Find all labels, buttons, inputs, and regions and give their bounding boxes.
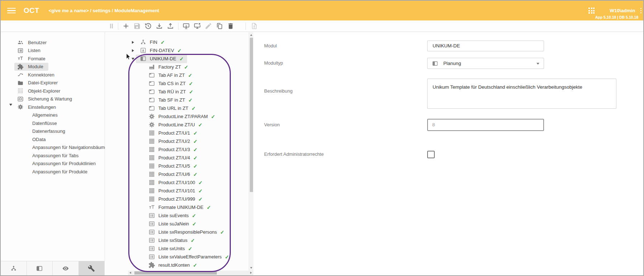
sidebar-item-allgemeines[interactable]: Allgemeines xyxy=(1,111,105,120)
overflow-menu-icon[interactable] xyxy=(640,8,642,14)
sidebar-item-datenerfassung[interactable]: Datenerfassung xyxy=(1,127,105,136)
tree-item-tab-rü-in-zt[interactable]: Tab RÜ in ZT✓ xyxy=(105,88,253,96)
check-icon: ✓ xyxy=(188,72,192,78)
sidebar-item-anpassungen-für-produktlinien[interactable]: Anpassungen für Produktlinien xyxy=(1,160,105,168)
sidebar-item-odata[interactable]: OData xyxy=(1,135,105,144)
sidebar-item-anpassungen-für-tabs[interactable]: Anpassungen für Tabs xyxy=(1,151,105,160)
gear-icon xyxy=(148,121,155,128)
tree-item-fin-datev[interactable]: FIN-DATEV✓ xyxy=(105,46,253,55)
tree-item-product-zt-u-4[interactable]: Product ZT/U/4✓ xyxy=(105,154,253,162)
sidebar-item-anpassungen-für-produkte[interactable]: Anpassungen für Produkte xyxy=(1,168,105,176)
tree-vertical-scrollbar[interactable] xyxy=(249,32,254,271)
tree-item-product-zt-u-100[interactable]: Product ZT/U/100✓ xyxy=(105,178,253,187)
tree-item-product-zt-u-999[interactable]: Product ZT/U/999✓ xyxy=(105,195,253,203)
wrench-icon xyxy=(88,265,95,272)
sidebar-item-benutzer[interactable]: Benutzer xyxy=(1,38,105,47)
remove-from-device-button[interactable] xyxy=(192,22,202,31)
tree-item-product-zt-u-1[interactable]: Product ZT/U/1✓ xyxy=(105,129,253,137)
field-label-admin-rights: Erfordert Administratorrechte xyxy=(264,151,324,157)
sidebar-item-sicherung-wartung[interactable]: Sicherung & Wartung xyxy=(1,95,105,103)
list-icon xyxy=(148,237,155,244)
tree-item-formate-unikum-de[interactable]: Formate UNIKUM-DE✓ xyxy=(105,203,253,211)
hamburger-menu-icon[interactable] xyxy=(7,6,16,15)
bottom-tab-split-window[interactable] xyxy=(27,261,53,275)
toolbar xyxy=(1,20,643,32)
delete-button[interactable] xyxy=(226,22,235,31)
tree-item-product-zt-u-3[interactable]: Product ZT/U/3✓ xyxy=(105,145,253,154)
horizontal-scroll-thumb[interactable] xyxy=(134,271,217,275)
check-icon: ✓ xyxy=(184,64,189,70)
sidebar-item-datei-explorer[interactable]: Datei-Explorer xyxy=(1,79,105,87)
save-button[interactable] xyxy=(132,22,142,31)
split-window-icon xyxy=(36,265,43,272)
vertical-scroll-thumb[interactable] xyxy=(250,38,253,192)
admin-rights-checkbox[interactable] xyxy=(427,151,435,158)
tree-item-product-zt-u-6[interactable]: Product ZT/U/6✓ xyxy=(105,170,253,178)
tree-item-tab-cs-in-zt[interactable]: Tab CS in ZT✓ xyxy=(105,79,253,88)
sidebar-item-anpassungen-für-navigationsbäume[interactable]: Anpassungen für Navigationsbäume xyxy=(1,144,105,152)
expand-arrow-icon[interactable] xyxy=(130,49,136,52)
user-name[interactable]: W10\admin xyxy=(610,8,635,13)
scroll-left-icon[interactable] xyxy=(129,272,131,274)
sidebar-item-datenflüsse[interactable]: Datenflüsse xyxy=(1,119,105,127)
list-icon xyxy=(148,253,155,261)
tree-item-tab-af-in-zt[interactable]: Tab AF in ZT✓ xyxy=(105,71,253,79)
beschreibung-textarea[interactable]: Unikum Template für Deutschland einschli… xyxy=(427,79,616,109)
tree-item-product-zt-u-5[interactable]: Product ZT/U/5✓ xyxy=(105,162,253,170)
toolbar-drag-handle[interactable] xyxy=(110,24,113,28)
tree-item-label: FIN-DATEV xyxy=(150,48,174,53)
tree-item-tab-url-in-zt[interactable]: Tab URL in ZT✓ xyxy=(105,104,253,112)
bottom-tab-wrench[interactable] xyxy=(79,261,105,275)
edit-button[interactable] xyxy=(204,22,213,31)
tree-item-tab-sf-in-zt[interactable]: Tab SF in ZT✓ xyxy=(105,96,253,104)
sidebar-item-module[interactable]: Module xyxy=(1,63,105,71)
tree-item-liste-sxstatus[interactable]: Liste sxStatus✓ xyxy=(105,236,253,244)
sidebar-item-label: Anpassungen für Produkte xyxy=(32,169,87,174)
doc-compare-button[interactable] xyxy=(249,22,259,31)
tree-item-liste-sujanein[interactable]: Liste suJaNein✓ xyxy=(105,220,253,228)
tree-item-liste-sxunits[interactable]: Liste sxUnits✓ xyxy=(105,244,253,253)
sidebar-item-formate[interactable]: Formate xyxy=(1,55,105,63)
tree-item-liste-suevents[interactable]: Liste suEvents✓ xyxy=(105,211,253,220)
collapse-arrow-icon[interactable] xyxy=(130,58,136,60)
sidebar-item-einstellungen[interactable]: Einstellungen xyxy=(1,103,105,111)
sidebar-item-konnektoren[interactable]: Konnektoren xyxy=(1,71,105,79)
tree-item-liste-sxvalueeffectparameters[interactable]: Liste sxValueEffectParameters✓ xyxy=(105,253,253,261)
tree-item-productline-zt-u[interactable]: ProductLine ZT/U✓ xyxy=(105,121,253,129)
sidebar-item-label: Anpassungen für Navigationsbäume xyxy=(32,145,108,150)
tree-item-product-zt-u-101[interactable]: Product ZT/U/101✓ xyxy=(105,187,253,195)
tree-item-product-zt-u-2[interactable]: Product ZT/U/2✓ xyxy=(105,137,253,145)
tree-item-liste-sxresponsiblepersons[interactable]: Liste sxResponsiblePersons✓ xyxy=(105,228,253,236)
download-button[interactable] xyxy=(154,22,164,31)
tree-item-label: Product ZT/U/3 xyxy=(158,147,190,152)
apps-grid-icon[interactable] xyxy=(588,8,595,14)
scroll-right-icon[interactable] xyxy=(250,272,252,274)
expand-arrow-icon[interactable] xyxy=(130,41,136,44)
sidebar-item-label: Benutzer xyxy=(28,40,47,45)
modultyp-select[interactable]: Planung xyxy=(427,58,544,69)
sidebar-item-listen[interactable]: Listen xyxy=(1,47,105,55)
list-icon xyxy=(148,245,155,252)
restore-button[interactable] xyxy=(143,22,153,31)
tree-item-factory-zt[interactable]: Factory ZT✓ xyxy=(105,63,253,71)
version-input[interactable]: 8 xyxy=(427,119,544,131)
check-icon: ✓ xyxy=(207,205,211,210)
import-to-device-button[interactable] xyxy=(181,22,191,31)
check-icon: ✓ xyxy=(191,106,196,111)
modul-input[interactable]: UNIKUM-DE xyxy=(427,41,544,51)
tree-item-result-tdkonten[interactable]: result.tdKonten✓ xyxy=(105,261,253,269)
scroll-up-icon[interactable] xyxy=(250,34,252,36)
copy-button[interactable] xyxy=(215,22,224,31)
tree-item-unikum-de[interactable]: UNIKUM-DE✓ xyxy=(105,55,253,63)
add-button[interactable] xyxy=(121,22,130,31)
tree-horizontal-scrollbar[interactable] xyxy=(128,271,253,275)
scroll-down-icon[interactable] xyxy=(250,267,252,269)
bottom-tab-sitemap[interactable] xyxy=(1,261,27,275)
bottom-tab-eye[interactable] xyxy=(53,261,79,275)
sidebar-item-objekt-explorer[interactable]: Objekt-Explorer xyxy=(1,87,105,95)
sidebar-item-label: Einstellungen xyxy=(28,104,56,110)
expand-arrow-icon[interactable] xyxy=(9,106,12,111)
tree-item-fin[interactable]: FIN✓ xyxy=(105,38,253,46)
tree-item-productline-zt-param[interactable]: ProductLine ZT/PARAM✓ xyxy=(105,112,253,121)
upload-button[interactable] xyxy=(166,22,175,31)
